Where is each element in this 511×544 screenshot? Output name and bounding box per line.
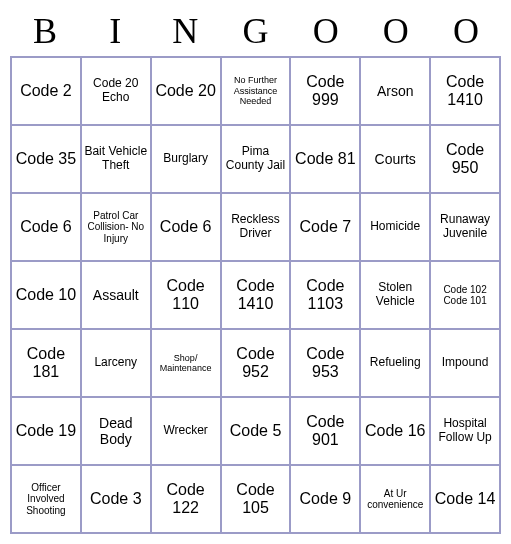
header-letter: B bbox=[10, 10, 80, 52]
bingo-cell[interactable]: Code 14 bbox=[430, 465, 500, 533]
bingo-cell[interactable]: Code 999 bbox=[290, 57, 360, 125]
bingo-cell[interactable]: Courts bbox=[360, 125, 430, 193]
bingo-cell[interactable]: Code 10 bbox=[11, 261, 81, 329]
bingo-cell[interactable]: Patrol Car Collision- No Injury bbox=[81, 193, 151, 261]
bingo-cell[interactable]: Code 110 bbox=[151, 261, 221, 329]
bingo-cell[interactable]: Wrecker bbox=[151, 397, 221, 465]
bingo-cell[interactable]: Stolen Vehicle bbox=[360, 261, 430, 329]
bingo-cell[interactable]: Code 5 bbox=[221, 397, 291, 465]
bingo-card: B I N G O O O Code 2Code 20 EchoCode 20N… bbox=[10, 10, 501, 534]
header-letter: G bbox=[220, 10, 290, 52]
bingo-cell[interactable]: No Further Assistance Needed bbox=[221, 57, 291, 125]
bingo-cell[interactable]: Code 20 bbox=[151, 57, 221, 125]
bingo-cell[interactable]: At Ur convenience bbox=[360, 465, 430, 533]
bingo-cell[interactable]: Reckless Driver bbox=[221, 193, 291, 261]
bingo-cell[interactable]: Code 181 bbox=[11, 329, 81, 397]
bingo-cell[interactable]: Shop/ Maintenance bbox=[151, 329, 221, 397]
bingo-cell[interactable]: Code 9 bbox=[290, 465, 360, 533]
bingo-grid: Code 2Code 20 EchoCode 20No Further Assi… bbox=[10, 56, 501, 534]
bingo-cell[interactable]: Officer Involved Shooting bbox=[11, 465, 81, 533]
bingo-cell[interactable]: Code 1410 bbox=[221, 261, 291, 329]
bingo-cell[interactable]: Larceny bbox=[81, 329, 151, 397]
header-letter: O bbox=[291, 10, 361, 52]
bingo-cell[interactable]: Code 1410 bbox=[430, 57, 500, 125]
header-letter: O bbox=[431, 10, 501, 52]
bingo-cell[interactable]: Code 20 Echo bbox=[81, 57, 151, 125]
bingo-cell[interactable]: Code 35 bbox=[11, 125, 81, 193]
bingo-cell[interactable]: Code 6 bbox=[151, 193, 221, 261]
bingo-cell[interactable]: Code 16 bbox=[360, 397, 430, 465]
header-letter: N bbox=[150, 10, 220, 52]
bingo-header-row: B I N G O O O bbox=[10, 10, 501, 52]
bingo-cell[interactable]: Burglary bbox=[151, 125, 221, 193]
bingo-cell[interactable]: Code 7 bbox=[290, 193, 360, 261]
bingo-cell[interactable]: Homicide bbox=[360, 193, 430, 261]
bingo-cell[interactable]: Assault bbox=[81, 261, 151, 329]
bingo-cell[interactable]: Code 19 bbox=[11, 397, 81, 465]
bingo-cell[interactable]: Code 3 bbox=[81, 465, 151, 533]
bingo-cell[interactable]: Hospital Follow Up bbox=[430, 397, 500, 465]
bingo-cell[interactable]: Code 953 bbox=[290, 329, 360, 397]
bingo-cell[interactable]: Dead Body bbox=[81, 397, 151, 465]
header-letter: I bbox=[80, 10, 150, 52]
header-letter: O bbox=[361, 10, 431, 52]
bingo-cell[interactable]: Arson bbox=[360, 57, 430, 125]
bingo-cell[interactable]: Runaway Juvenile bbox=[430, 193, 500, 261]
bingo-cell[interactable]: Code 105 bbox=[221, 465, 291, 533]
bingo-cell[interactable]: Code 2 bbox=[11, 57, 81, 125]
bingo-cell[interactable]: Code 6 bbox=[11, 193, 81, 261]
bingo-cell[interactable]: Refueling bbox=[360, 329, 430, 397]
bingo-cell[interactable]: Code 952 bbox=[221, 329, 291, 397]
bingo-cell[interactable]: Bait Vehicle Theft bbox=[81, 125, 151, 193]
bingo-cell[interactable]: Code 950 bbox=[430, 125, 500, 193]
bingo-cell[interactable]: Code 122 bbox=[151, 465, 221, 533]
bingo-cell[interactable]: Code 102 Code 101 bbox=[430, 261, 500, 329]
bingo-cell[interactable]: Code 901 bbox=[290, 397, 360, 465]
bingo-cell[interactable]: Impound bbox=[430, 329, 500, 397]
bingo-cell[interactable]: Code 1103 bbox=[290, 261, 360, 329]
bingo-cell[interactable]: Pima County Jail bbox=[221, 125, 291, 193]
bingo-cell[interactable]: Code 81 bbox=[290, 125, 360, 193]
